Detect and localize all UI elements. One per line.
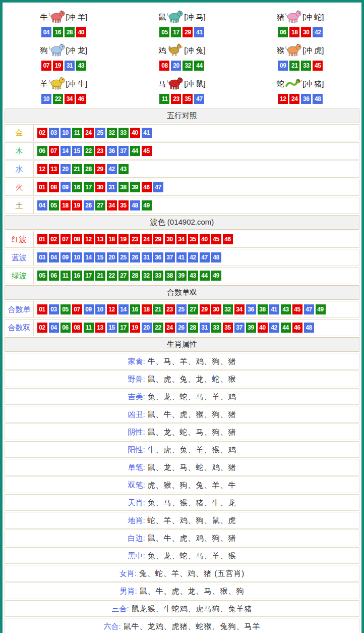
section-heshu: 合数单双 合数单01030507091012141618212325272930… [5, 285, 359, 336]
number-ball: 09 [60, 182, 71, 192]
zodiac-animal-label: 马 [158, 79, 166, 89]
number-ball: 05 [37, 271, 47, 281]
number-ball: 49 [211, 271, 221, 281]
number-ball: 35 [118, 200, 129, 210]
attribute-row: 吉美:兔、龙、蛇、马、羊、鸡 [5, 388, 359, 405]
number-ball: 10 [95, 304, 105, 314]
number-ball: 40 [258, 323, 268, 333]
row-label: 合数双 [5, 320, 34, 336]
number-ball: 43 [188, 271, 198, 281]
heshu-rows: 合数单0103050709101214161821232527293032343… [5, 301, 359, 336]
number-ball: 11 [159, 94, 169, 104]
number-ball: 29 [95, 164, 105, 174]
number-ball: 11 [72, 128, 82, 138]
number-ball: 32 [183, 61, 193, 71]
number-ball: 02 [37, 128, 47, 138]
number-ball: 31 [107, 182, 117, 192]
number-ball: 07 [60, 234, 71, 244]
row-numbers: 0103050709101214161821232527293032343638… [34, 301, 359, 318]
attribute-value: 兔、龙、蛇、马、羊、鸡 [148, 392, 236, 401]
zodiac-title: 马[冲 鼠] [158, 76, 206, 92]
number-row: 合数双0204060811131517192022242628313335373… [5, 319, 359, 336]
attribute-value: 兔、蛇、羊、鸡、猪 (五宫肖) [139, 569, 245, 577]
number-ball: 20 [60, 164, 71, 174]
attribute-row: 白边:鼠、牛、虎、鸡、狗、猪 [5, 530, 359, 546]
number-ball: 14 [84, 252, 94, 262]
zodiac-animal-label: 蛇 [277, 79, 284, 89]
number-ball: 11 [60, 271, 71, 281]
wuxing-section-title: 五行对照 [5, 109, 359, 123]
number-row: 蓝波03040910141520252631363741424748 [5, 249, 359, 266]
number-ball: 38 [118, 182, 129, 192]
number-ball: 45 [142, 146, 152, 156]
number-row: 金02031011242532334041 [5, 124, 359, 141]
number-ball: 26 [84, 200, 94, 210]
zodiac-title: 蛇[冲 猪] [277, 76, 324, 92]
number-ball: 19 [130, 323, 140, 333]
number-ball: 19 [118, 234, 129, 244]
number-ball: 47 [304, 304, 314, 314]
zodiac-title: 羊[冲 牛] [40, 76, 88, 92]
number-ball: 13 [95, 323, 105, 333]
number-ball: 44 [194, 61, 204, 71]
number-ball: 20 [142, 323, 152, 333]
number-ball: 28 [65, 27, 75, 37]
number-ball: 18 [142, 304, 152, 314]
number-ball: 12 [84, 234, 94, 244]
number-ball: 29 [153, 234, 163, 244]
zodiac-title: 鸡[冲 兔] [158, 42, 206, 59]
number-ball: 30 [165, 234, 175, 244]
attribute-label: 三合: [111, 604, 129, 613]
row-numbers: 02031011242532334041 [34, 125, 359, 141]
number-ball: 01 [37, 304, 47, 314]
number-ball: 33 [301, 61, 311, 71]
bose-section-title: 波色 (014902.com) [5, 215, 359, 230]
number-ball: 28 [84, 164, 94, 174]
number-ball: 19 [72, 200, 82, 210]
attribute-row: 双笔:虎、猴、狗、兔、羊、牛 [5, 477, 359, 493]
number-ball: 16 [72, 271, 82, 281]
number-ball: 12 [107, 304, 117, 314]
number-ball: 09 [278, 61, 288, 71]
attribute-row: 男肖:鼠、牛、虎、龙、马、猴、狗 [5, 583, 359, 599]
number-ball: 22 [107, 271, 117, 281]
number-ball: 01 [37, 234, 47, 244]
number-ball: 39 [130, 182, 140, 192]
number-ball: 15 [107, 323, 117, 333]
number-ball: 13 [49, 164, 59, 174]
number-ball: 34 [176, 234, 187, 244]
attribute-label: 野兽: [128, 375, 145, 383]
number-ball: 16 [53, 27, 63, 37]
number-ball: 46 [142, 182, 152, 192]
number-ball: 17 [171, 27, 181, 37]
zodiac-clash-label: [冲 牛] [66, 79, 88, 89]
number-ball: 40 [76, 27, 86, 37]
number-ball: 32 [223, 304, 233, 314]
number-ball: 45 [211, 234, 221, 244]
bose-rows: 红波0102070812131819232429303435404546蓝波03… [5, 231, 359, 284]
zodiac-cell: 羊[冲 牛]10223446 [5, 73, 123, 107]
number-ball: 14 [60, 146, 71, 156]
zodiac-numbers: 08203244 [159, 61, 205, 71]
pig-icon [285, 10, 302, 25]
number-ball: 41 [176, 252, 187, 262]
number-ball: 23 [130, 234, 140, 244]
number-ball: 20 [107, 252, 117, 262]
number-ball: 36 [153, 252, 163, 262]
number-ball: 05 [49, 200, 59, 210]
attribute-row: 女肖:兔、蛇、羊、鸡、猪 (五宫肖) [5, 565, 359, 582]
row-label: 合数单 [5, 301, 34, 318]
attribute-row: 单笔:鼠、龙、马、蛇、鸡、猪 [5, 459, 359, 476]
number-ball: 38 [165, 271, 175, 281]
number-ball: 31 [200, 323, 210, 333]
zodiac-cell: 鸡[冲 兔]08203244 [123, 40, 241, 73]
attribute-value: 兔、马、猴、猪、牛、龙 [148, 498, 236, 507]
number-ball: 37 [118, 146, 129, 156]
number-ball: 18 [107, 234, 117, 244]
number-ball: 16 [72, 182, 82, 192]
section-shengxiao: 生肖属性 家禽:牛、马、羊、鸡、狗、猪野兽:鼠、虎、兔、龙、蛇、猴吉美:兔、龙、… [5, 337, 359, 633]
number-ball: 21 [72, 164, 82, 174]
number-ball: 20 [171, 61, 181, 71]
number-ball: 29 [183, 27, 193, 37]
zodiac-animal-label: 狗 [40, 46, 48, 56]
